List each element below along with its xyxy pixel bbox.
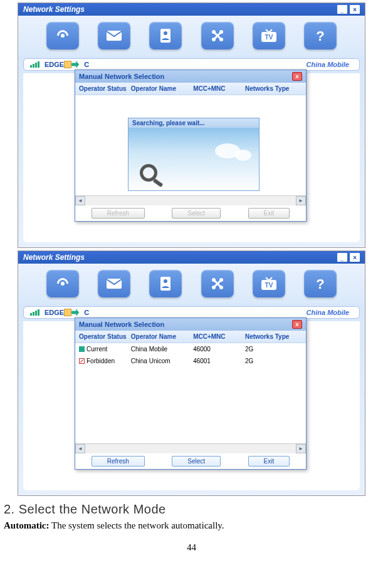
dialog-button-row: Refresh Select Exit xyxy=(75,453,306,469)
message-icon[interactable] xyxy=(98,270,130,297)
dialog-title: Manual Network Selection xyxy=(79,73,164,80)
svg-rect-2 xyxy=(160,29,171,43)
screenshot-searching: Network Settings _ × TV ? EDGE C China M… xyxy=(18,3,365,248)
svg-text:TV: TV xyxy=(265,282,273,289)
col-network-type: Networks Type xyxy=(245,85,302,92)
searching-popup: Searching, please wait... xyxy=(128,118,260,191)
col-mcc-mnc: MCC+MNC xyxy=(193,333,245,340)
sim-icon xyxy=(64,309,71,316)
tools-icon[interactable] xyxy=(201,270,234,297)
horizontal-scrollbar[interactable]: ◄ ► xyxy=(75,195,306,205)
svg-point-16 xyxy=(219,278,223,282)
automatic-label: Automatic: xyxy=(4,520,49,530)
close-button[interactable]: × xyxy=(350,5,360,14)
connect-icon[interactable] xyxy=(46,270,79,297)
status-bar: EDGE C China Mobile xyxy=(23,58,360,71)
select-button[interactable]: Select xyxy=(172,208,221,219)
refresh-button[interactable]: Refresh xyxy=(92,208,145,219)
svg-point-11 xyxy=(61,282,65,286)
dialog-body: Current China Mobile 46000 2G Forbidden … xyxy=(75,343,306,443)
c-label: C xyxy=(84,309,89,316)
message-icon[interactable] xyxy=(98,22,130,49)
contacts-icon[interactable] xyxy=(149,22,182,49)
row-network-type: 2G xyxy=(245,346,302,353)
scroll-track[interactable] xyxy=(85,196,296,205)
tv-icon[interactable]: TV xyxy=(253,22,285,49)
screenshot-results: Network Settings _ × TV ? EDGE C China M… xyxy=(18,250,365,496)
window-title: Network Settings xyxy=(23,253,85,262)
window-title: Network Settings xyxy=(23,5,85,14)
col-operator-status: Operator Status xyxy=(79,333,131,340)
svg-point-17 xyxy=(212,286,216,289)
svg-point-18 xyxy=(219,286,223,289)
help-icon[interactable]: ? xyxy=(304,270,337,297)
svg-text:?: ? xyxy=(316,276,324,291)
col-network-type: Networks Type xyxy=(245,333,302,340)
signal-icon xyxy=(30,61,39,68)
row-network-type: 2G xyxy=(245,358,302,364)
row-operator-name: China Mobile xyxy=(131,346,193,353)
automatic-description: Automatic: The system selects the networ… xyxy=(4,520,379,531)
contacts-icon[interactable] xyxy=(149,270,182,297)
dialog-titlebar: Manual Network Selection × xyxy=(75,70,306,83)
scroll-left-button[interactable]: ◄ xyxy=(75,196,85,205)
forbidden-status-icon xyxy=(79,358,85,364)
table-row[interactable]: Forbidden China Unicom 46001 2G xyxy=(75,355,306,367)
section-heading: 2. Select the Network Mode xyxy=(4,502,379,517)
automatic-text: The system selects the network automatic… xyxy=(49,520,224,530)
c-label: C xyxy=(84,61,89,68)
col-operator-name: Operator Name xyxy=(131,333,193,340)
scroll-left-button[interactable]: ◄ xyxy=(75,444,85,453)
carrier-name: China Mobile xyxy=(307,309,353,316)
svg-point-15 xyxy=(212,278,216,282)
window-controls: _ × xyxy=(337,5,360,14)
exit-button[interactable]: Exit xyxy=(248,456,290,467)
network-tech: EDGE xyxy=(45,61,64,68)
window-titlebar: Network Settings _ × xyxy=(18,3,365,16)
scroll-right-button[interactable]: ► xyxy=(296,196,306,205)
dialog-column-headers: Operator Status Operator Name MCC+MNC Ne… xyxy=(75,331,306,343)
network-selection-dialog: Manual Network Selection × Operator Stat… xyxy=(75,317,307,470)
row-status: Forbidden xyxy=(87,358,115,364)
app-toolbar: TV ? xyxy=(18,264,365,304)
tools-icon[interactable] xyxy=(201,22,234,49)
window-titlebar: Network Settings _ × xyxy=(18,251,365,264)
carrier-name: China Mobile xyxy=(307,61,353,68)
status-bar: EDGE C China Mobile xyxy=(23,306,360,319)
close-button[interactable]: × xyxy=(350,253,360,262)
svg-point-4 xyxy=(212,30,216,34)
scroll-track[interactable] xyxy=(85,444,296,453)
searching-image xyxy=(129,128,259,190)
network-selection-dialog: Manual Network Selection × Operator Stat… xyxy=(75,70,307,222)
table-row[interactable]: Current China Mobile 46000 2G xyxy=(75,343,306,355)
col-mcc-mnc: MCC+MNC xyxy=(193,85,245,92)
refresh-button[interactable]: Refresh xyxy=(92,456,145,467)
signal-icon xyxy=(30,309,39,316)
horizontal-scrollbar[interactable]: ◄ ► xyxy=(75,443,306,453)
svg-text:?: ? xyxy=(316,28,324,43)
minimize-button[interactable]: _ xyxy=(337,5,347,14)
tv-icon[interactable]: TV xyxy=(253,270,285,297)
svg-rect-13 xyxy=(160,277,171,291)
connect-icon[interactable] xyxy=(46,22,79,49)
dialog-host-area: Manual Network Selection × Operator Stat… xyxy=(23,73,360,242)
svg-point-5 xyxy=(219,30,223,34)
sim-icon xyxy=(64,61,71,68)
dialog-close-button[interactable]: × xyxy=(292,320,302,329)
help-icon[interactable]: ? xyxy=(304,22,337,49)
dialog-close-button[interactable]: × xyxy=(292,72,302,81)
dialog-column-headers: Operator Status Operator Name MCC+MNC Ne… xyxy=(75,83,306,95)
current-status-icon xyxy=(79,346,85,352)
svg-text:TV: TV xyxy=(265,34,273,41)
select-button[interactable]: Select xyxy=(172,456,221,467)
svg-point-3 xyxy=(164,31,167,35)
dialog-body: Searching, please wait... xyxy=(75,95,306,195)
svg-point-6 xyxy=(212,38,216,41)
row-mcc-mnc: 46000 xyxy=(193,346,245,353)
exit-button[interactable]: Exit xyxy=(248,208,290,219)
svg-point-0 xyxy=(61,34,65,38)
scroll-right-button[interactable]: ► xyxy=(296,444,306,453)
dialog-titlebar: Manual Network Selection × xyxy=(75,318,306,331)
network-tech: EDGE xyxy=(45,309,64,316)
minimize-button[interactable]: _ xyxy=(337,253,347,262)
